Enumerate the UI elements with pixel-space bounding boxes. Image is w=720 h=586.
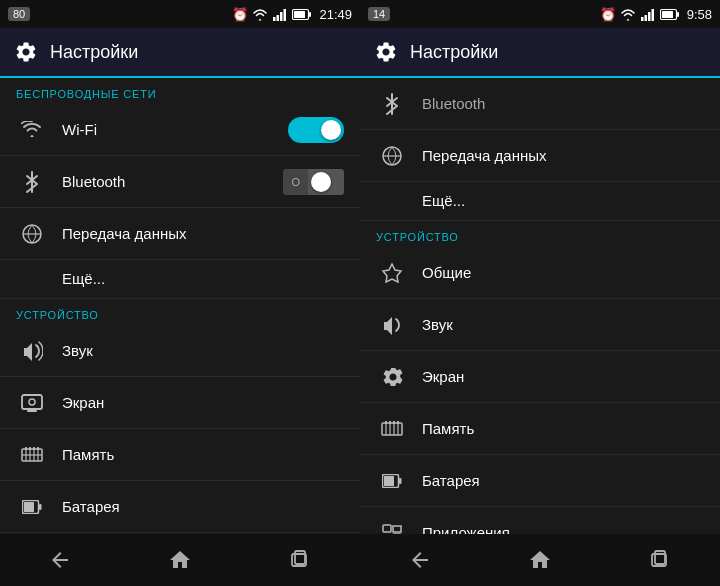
sound-row-right[interactable]: Звук <box>360 299 720 351</box>
bottom-nav-right <box>360 534 720 586</box>
wifi-row[interactable]: Wi-Fi <box>0 104 360 156</box>
bluetooth-icon-right <box>376 88 408 120</box>
battery-row-left[interactable]: Батарея <box>0 481 360 533</box>
display-label-right: Экран <box>422 368 704 385</box>
battery-label-left: Батарея <box>62 498 344 515</box>
apps-label-right: Приложения <box>422 524 704 534</box>
battery-icon-right <box>660 8 680 21</box>
settings-list-left: БЕСПРОВОДНЫЕ СЕТИ Wi-Fi <box>0 78 360 534</box>
svg-rect-6 <box>309 12 311 17</box>
battery-row-right[interactable]: Батарея <box>360 455 720 507</box>
back-button-right[interactable] <box>395 540 445 580</box>
battery-icon <box>292 8 312 21</box>
bluetooth-toggle[interactable]: О <box>283 169 344 195</box>
wifi-label: Wi-Fi <box>62 121 288 138</box>
general-icon <box>376 257 408 289</box>
wifi-toggle-knob <box>321 120 341 140</box>
svg-rect-34 <box>644 15 647 21</box>
svg-rect-55 <box>383 525 391 532</box>
section-header-wireless-left: БЕСПРОВОДНЫЕ СЕТИ <box>0 78 360 104</box>
svg-rect-43 <box>382 423 402 435</box>
bottom-nav-left <box>0 534 360 586</box>
data-transfer-row-right[interactable]: Передача данных <box>360 130 720 182</box>
more-label-left: Ещё... <box>62 270 105 287</box>
more-label-right: Ещё... <box>422 192 465 209</box>
svg-rect-60 <box>655 551 665 564</box>
svg-rect-3 <box>284 9 287 21</box>
signal-icon-right <box>640 8 656 21</box>
sound-row-left[interactable]: Звук <box>0 325 360 377</box>
wifi-toggle[interactable] <box>288 117 344 143</box>
display-icon <box>16 387 48 419</box>
general-row[interactable]: Общие <box>360 247 720 299</box>
display-row-left[interactable]: Экран <box>0 377 360 429</box>
settings-header-icon-right <box>374 40 398 64</box>
app-header-right: Настройки <box>360 28 720 78</box>
svg-rect-51 <box>397 421 399 424</box>
svg-rect-10 <box>22 395 42 409</box>
svg-rect-5 <box>294 11 305 18</box>
bluetooth-row[interactable]: Bluetooth О <box>0 156 360 208</box>
svg-rect-0 <box>273 17 276 21</box>
svg-rect-39 <box>677 12 679 17</box>
notification-count-left: 80 <box>8 7 30 21</box>
app-title-left: Настройки <box>50 42 138 63</box>
memory-row-left[interactable]: Память <box>0 429 360 481</box>
home-button-right[interactable] <box>515 540 565 580</box>
wifi-icon <box>16 114 48 146</box>
more-row-right[interactable]: Ещё... <box>360 182 720 221</box>
time-left: 21:49 <box>319 7 352 22</box>
status-bar-left: 80 ⏰ 21:49 <box>0 0 360 28</box>
svg-rect-21 <box>29 447 31 450</box>
svg-rect-49 <box>389 421 391 424</box>
svg-rect-36 <box>651 9 654 21</box>
svg-rect-50 <box>393 421 395 424</box>
data-transfer-row-left[interactable]: Передача данных <box>0 208 360 260</box>
svg-rect-32 <box>295 551 305 564</box>
left-panel: 80 ⏰ 21:49 <box>0 0 360 586</box>
svg-rect-53 <box>384 476 394 486</box>
section-header-device-right: УСТРОЙСТВО <box>360 221 720 247</box>
svg-rect-20 <box>25 447 27 450</box>
svg-rect-56 <box>393 534 401 535</box>
memory-icon <box>16 439 48 471</box>
home-button-left[interactable] <box>155 540 205 580</box>
bluetooth-toggle-switch[interactable] <box>308 169 344 195</box>
sound-label-right: Звук <box>422 316 704 333</box>
svg-rect-26 <box>39 504 42 510</box>
recent-button-left[interactable] <box>275 540 325 580</box>
svg-rect-25 <box>24 502 34 512</box>
svg-rect-54 <box>399 478 402 484</box>
data-transfer-icon <box>16 218 48 250</box>
recent-button-right[interactable] <box>635 540 685 580</box>
sound-icon-right <box>376 309 408 341</box>
sound-label-left: Звук <box>62 342 344 359</box>
memory-label-left: Память <box>62 446 344 463</box>
settings-list-right: Bluetooth Передача данных Ещё... УСТРОЙС… <box>360 78 720 534</box>
wifi-status-icon <box>252 8 268 21</box>
signal-icon <box>272 8 288 21</box>
apps-icon-right <box>376 517 408 535</box>
display-row-right[interactable]: Экран <box>360 351 720 403</box>
general-label: Общие <box>422 264 704 281</box>
back-button-left[interactable] <box>35 540 85 580</box>
memory-row-right[interactable]: Память <box>360 403 720 455</box>
bluetooth-truncated-label: Bluetooth <box>422 95 485 112</box>
data-transfer-label-left: Передача данных <box>62 225 344 242</box>
svg-rect-33 <box>641 17 644 21</box>
data-transfer-icon-right <box>376 140 408 172</box>
wifi-toggle-switch[interactable] <box>288 117 344 143</box>
battery-setting-icon-right <box>376 465 408 497</box>
svg-rect-1 <box>277 15 280 21</box>
section-header-device-left: УСТРОЙСТВО <box>0 299 360 325</box>
bluetooth-icon <box>16 166 48 198</box>
battery-setting-icon <box>16 491 48 523</box>
more-row-left[interactable]: Ещё... <box>0 260 360 299</box>
app-header-left: Настройки <box>0 28 360 78</box>
bluetooth-toggle-off-label: О <box>283 172 308 192</box>
bluetooth-truncated-row[interactable]: Bluetooth <box>360 78 720 130</box>
apps-row-right[interactable]: Приложения <box>360 507 720 534</box>
display-icon-right <box>376 361 408 393</box>
apps-row-left[interactable]: Приложения <box>0 533 360 534</box>
wifi-status-icon-right <box>620 8 636 21</box>
